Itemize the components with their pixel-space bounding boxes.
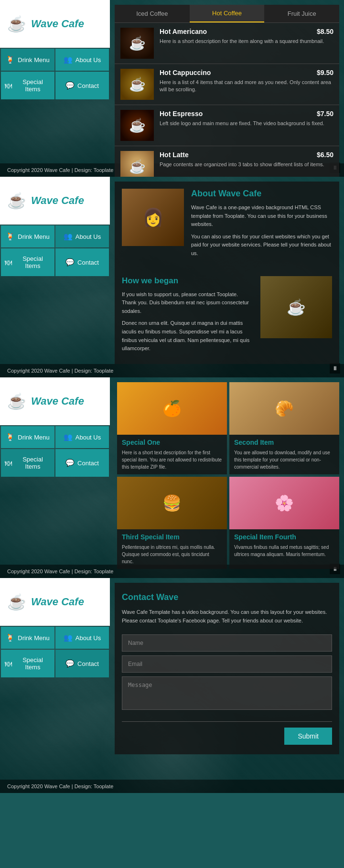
contact-content: Contact Wave Wave Cafe Template has a vi…	[115, 578, 344, 783]
nav-drink-menu[interactable]: 🍹 Drink Menu	[1, 426, 54, 448]
section-contact: ☕ Wave Cafe 🍹 Drink Menu 👥 About Us 🍽 Sp…	[0, 578, 344, 793]
item-image-americano: ☕	[120, 28, 154, 59]
section-drink-menu: ☕ Wave Cafe 🍹 Drink Menu 👥 About Us 🍽 Sp…	[0, 0, 344, 177]
logo-box: ☕ Wave Cafe	[0, 0, 110, 48]
name-input[interactable]	[122, 634, 332, 652]
nav-special-items[interactable]: 🍽 Special Items	[1, 449, 54, 477]
nav-about-us[interactable]: 👥 About Us	[55, 627, 109, 649]
special-title-4: Special Item Fourth	[234, 533, 334, 541]
tab-hot-coffee[interactable]: Hot Coffee	[190, 5, 265, 22]
about-text-2: You can also use this for your client we…	[191, 233, 332, 258]
special-title-2: Second Item	[234, 439, 334, 446]
logo-text: Wave Cafe	[31, 18, 84, 30]
nav-contact[interactable]: 💬 Contact	[55, 449, 109, 477]
coffee-icon: ☕	[7, 593, 26, 611]
special-icon: 🍽	[5, 82, 12, 90]
nav-special-items[interactable]: 🍽 Special Items	[1, 72, 54, 99]
about-icon: 👥	[64, 232, 73, 241]
item-image-latte: ☕	[120, 151, 154, 177]
about-content: 👩 About Wave Cafe Wave Cafe is a one-pag…	[115, 177, 344, 377]
nav-about-us[interactable]: 👥 About Us	[55, 426, 109, 448]
drink-menu-content: Iced Coffee Hot Coffee Fruit Juice ☕ Hot…	[115, 0, 344, 177]
special-image-3: 🍔	[117, 477, 227, 529]
nav-drink-menu[interactable]: 🍹 Drink Menu	[1, 225, 54, 247]
nav-about-us[interactable]: 👥 About Us	[55, 49, 109, 71]
special-image-1: 🍊	[117, 382, 227, 435]
special-title-3: Third Special Item	[122, 533, 222, 541]
sidebar-special: ☕ Wave Cafe 🍹 Drink Menu 👥 About Us 🍽 Sp…	[0, 377, 110, 478]
message-input[interactable]	[122, 676, 332, 710]
item-desc: Here is a short description for the item…	[160, 38, 333, 45]
how-began-text-1: If you wish to support us, please contac…	[122, 290, 251, 316]
drink-icon: 🍹	[6, 232, 15, 241]
list-item: 🍔 Third Special Item Pellentesque in ult…	[117, 477, 227, 569]
contact-icon: 💬	[65, 258, 75, 267]
submit-button[interactable]: Submit	[284, 728, 332, 745]
contact-icon: 💬	[65, 459, 75, 467]
item-price: $8.50	[317, 28, 333, 35]
item-image-cappuccino: ☕	[120, 69, 154, 100]
item-name: Hot Cappuccino	[160, 69, 211, 76]
item-name: Hot Americano	[160, 28, 207, 35]
how-began-section: How we began If you wish to support us, …	[115, 269, 339, 364]
special-title-1: Special One	[122, 439, 222, 446]
nav-special-items[interactable]: 🍽 Special Items	[1, 650, 54, 677]
nav-contact[interactable]: 💬 Contact	[55, 248, 109, 276]
about-text-1: Wave Cafe is a one-page video background…	[191, 204, 332, 229]
nav-about-us[interactable]: 👥 About Us	[55, 225, 109, 247]
sidebar-contact: ☕ Wave Cafe 🍹 Drink Menu 👥 About Us 🍽 Sp…	[0, 578, 110, 678]
tab-fruit-juice[interactable]: Fruit Juice	[264, 5, 339, 22]
logo-box: ☕ Wave Cafe	[0, 377, 110, 425]
logo-text: Wave Cafe	[31, 596, 84, 608]
coffee-icon: ☕	[7, 192, 26, 210]
special-icon: 🍽	[5, 258, 12, 267]
about-icon: 👥	[64, 433, 73, 441]
special-icon: 🍽	[5, 459, 12, 467]
item-desc: Page contents are organized into 3 tabs …	[160, 161, 333, 168]
table-row: ☕ Hot Cappuccino $9.50 Here is a list of…	[115, 64, 339, 105]
drink-icon: 🍹	[6, 433, 15, 441]
how-began-text-2: Donec non urna elit. Quisque ut magna in…	[122, 319, 251, 353]
contact-icon: 💬	[65, 659, 75, 668]
how-began-title: How we began	[122, 276, 251, 286]
tab-iced-coffee[interactable]: Iced Coffee	[115, 5, 190, 22]
nav-grid: 🍹 Drink Menu 👥 About Us 🍽 Special Items …	[0, 225, 110, 277]
about-top-section: 👩 About Wave Cafe Wave Cafe is a one-pag…	[115, 182, 339, 269]
nav-drink-menu[interactable]: 🍹 Drink Menu	[1, 49, 54, 71]
list-item: 🌸 Special Item Fourth Vivamus finibus nu…	[229, 477, 339, 569]
contact-icon: 💬	[65, 81, 75, 90]
copyright-text: Copyright 2020 Wave Cafe | Design: Toopl…	[7, 368, 113, 374]
special-desc-2: You are allowed to download, modify and …	[234, 449, 334, 471]
item-price: $6.50	[317, 151, 333, 159]
special-items-grid: 🍊 Special One Here is a short text descr…	[115, 380, 342, 571]
item-name: Hot Latte	[160, 151, 189, 159]
copyright-text: Copyright 2020 Wave Cafe | Design: Toopl…	[7, 783, 113, 789]
nav-drink-menu[interactable]: 🍹 Drink Menu	[1, 627, 54, 649]
form-divider	[122, 721, 332, 722]
item-desc: Left side logo and main menu are fixed. …	[160, 120, 333, 127]
table-row: ☕ Hot Espresso $7.50 Left side logo and …	[115, 105, 339, 146]
table-row: ☕ Hot Latte $6.50 Page contents are orga…	[115, 146, 339, 177]
nav-special-items[interactable]: 🍽 Special Items	[1, 248, 54, 276]
drink-icon: 🍹	[6, 633, 15, 642]
logo-box: ☕ Wave Cafe	[0, 177, 110, 225]
how-began-image: ☕	[260, 276, 332, 338]
nav-contact[interactable]: 💬 Contact	[55, 650, 109, 677]
logo-text: Wave Cafe	[31, 395, 84, 407]
table-row: ☕ Hot Americano $8.50 Here is a short de…	[115, 23, 339, 64]
copyright-text: Copyright 2020 Wave Cafe | Design: Toopl…	[7, 568, 113, 574]
contact-form-container: Contact Wave Wave Cafe Template has a vi…	[115, 583, 339, 754]
section-special: ☕ Wave Cafe 🍹 Drink Menu 👥 About Us 🍽 Sp…	[0, 377, 344, 578]
nav-grid: 🍹 Drink Menu 👥 About Us 🍽 Special Items …	[0, 48, 110, 100]
special-icon: 🍽	[5, 660, 12, 668]
sidebar-about: ☕ Wave Cafe 🍹 Drink Menu 👥 About Us 🍽 Sp…	[0, 177, 110, 277]
tabs-container: Iced Coffee Hot Coffee Fruit Juice	[115, 5, 339, 23]
email-input[interactable]	[122, 655, 332, 673]
contact-desc: Wave Cafe Template has a video backgroun…	[122, 608, 332, 625]
about-image: 👩	[122, 189, 184, 246]
nav-contact[interactable]: 💬 Contact	[55, 72, 109, 99]
item-price: $7.50	[317, 110, 333, 118]
special-image-2: 🥐	[229, 382, 339, 435]
item-price: $9.50	[317, 69, 333, 76]
section-about: ☕ Wave Cafe 🍹 Drink Menu 👥 About Us 🍽 Sp…	[0, 177, 344, 377]
